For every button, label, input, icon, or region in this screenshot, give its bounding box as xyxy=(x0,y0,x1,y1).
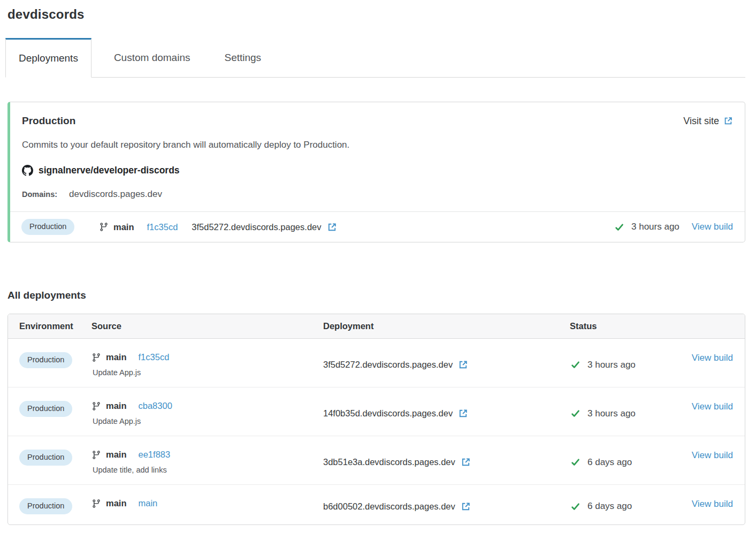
github-mark-icon xyxy=(22,165,33,176)
page-title: devdiscords xyxy=(7,7,745,22)
production-deployment-row: Production main f1c35cd 3f5d5272.devdisc… xyxy=(10,212,745,242)
environment-badge: Production xyxy=(21,219,74,235)
success-check-icon xyxy=(570,502,581,511)
page: devdiscords Deployments Custom domains S… xyxy=(0,0,756,525)
external-link-icon[interactable] xyxy=(458,408,468,419)
deployment-url: b6d00502.devdiscords.pages.dev xyxy=(323,501,455,512)
status-time: 3 hours ago xyxy=(587,408,636,419)
environment-badge: Production xyxy=(19,352,72,368)
git-branch-icon xyxy=(91,353,101,362)
external-link-icon[interactable] xyxy=(461,457,471,467)
commit-link[interactable]: f1c35cd xyxy=(139,352,170,362)
column-header-deployment: Deployment xyxy=(323,321,570,331)
commit-link[interactable]: ee1f883 xyxy=(139,450,171,460)
tab-custom-domains[interactable]: Custom domains xyxy=(102,38,202,77)
branch-name: main xyxy=(106,352,127,362)
view-build-link[interactable]: View build xyxy=(692,401,733,412)
view-build-link[interactable]: View build xyxy=(692,222,733,232)
tab-deployments[interactable]: Deployments xyxy=(5,38,91,78)
column-header-status: Status xyxy=(570,321,687,331)
table-header-row: Environment Source Deployment Status xyxy=(8,314,745,339)
production-description: Commits to your default repository branc… xyxy=(10,127,745,150)
production-card-title: Production xyxy=(22,115,75,127)
environment-badge: Production xyxy=(19,450,72,466)
production-card: Production Visit site Commits to your de… xyxy=(7,102,745,242)
status-time: 3 hours ago xyxy=(631,222,679,232)
git-branch-icon xyxy=(91,450,101,460)
tab-bar: Deployments Custom domains Settings xyxy=(5,38,745,78)
status-time: 6 days ago xyxy=(587,501,632,512)
git-branch-icon xyxy=(91,499,101,508)
all-deployments-title: All deployments xyxy=(7,290,745,301)
repository-name: signalnerve/developer-discords xyxy=(39,165,180,176)
status-time: 3 hours ago xyxy=(587,360,636,370)
deployment-url: 3db51e3a.devdiscords.pages.dev xyxy=(323,457,455,467)
branch-name: main xyxy=(106,498,127,508)
deployment-url: 3f5d5272.devdiscords.pages.dev xyxy=(323,360,453,370)
external-link-icon[interactable] xyxy=(458,360,468,370)
domains-value: devdiscords.pages.dev xyxy=(69,189,162,200)
table-row: Production main ee1f883 Update title, ad… xyxy=(8,436,745,484)
commit-link[interactable]: main xyxy=(139,498,158,508)
success-check-icon xyxy=(570,409,581,418)
table-row: Production main main b6d00502.devdiscord… xyxy=(8,484,745,524)
view-build-link[interactable]: View build xyxy=(692,450,733,461)
success-check-icon xyxy=(570,360,581,369)
git-branch-icon xyxy=(99,222,109,232)
status-time: 6 days ago xyxy=(587,457,632,468)
commit-link[interactable]: f1c35cd xyxy=(147,222,178,232)
branch-name: main xyxy=(106,450,127,460)
table-row: Production main f1c35cd Update App.js 3f… xyxy=(8,339,745,387)
commit-message: Update App.js xyxy=(93,417,172,425)
column-header-source: Source xyxy=(91,321,323,331)
external-link-icon[interactable] xyxy=(327,222,337,232)
deployment-url: 3f5d5272.devdiscords.pages.dev xyxy=(192,222,321,232)
deployment-url: 14f0b35d.devdiscords.pages.dev xyxy=(323,408,453,419)
commit-message: Update App.js xyxy=(93,368,169,377)
environment-badge: Production xyxy=(19,498,72,514)
branch-name: main xyxy=(106,401,127,411)
view-build-link[interactable]: View build xyxy=(692,499,733,510)
commit-message: Update title, add links xyxy=(93,466,170,474)
success-check-icon xyxy=(614,223,625,232)
tab-settings[interactable]: Settings xyxy=(212,38,273,77)
table-row: Production main cba8300 Update App.js 14… xyxy=(8,387,745,436)
external-link-icon[interactable] xyxy=(461,501,471,512)
external-link-icon xyxy=(723,116,733,126)
environment-badge: Production xyxy=(19,401,72,417)
visit-site-label: Visit site xyxy=(683,116,719,127)
success-check-icon xyxy=(570,458,581,467)
branch-name: main xyxy=(113,222,134,232)
domains-label: Domains: xyxy=(22,190,57,199)
deployments-table-body: Production main f1c35cd Update App.js 3f… xyxy=(8,339,745,524)
view-build-link[interactable]: View build xyxy=(692,353,733,363)
git-branch-icon xyxy=(91,401,101,411)
column-header-environment: Environment xyxy=(19,321,91,331)
visit-site-link[interactable]: Visit site xyxy=(683,116,733,127)
commit-link[interactable]: cba8300 xyxy=(139,401,172,411)
deployments-table: Environment Source Deployment Status Pro… xyxy=(7,314,745,525)
